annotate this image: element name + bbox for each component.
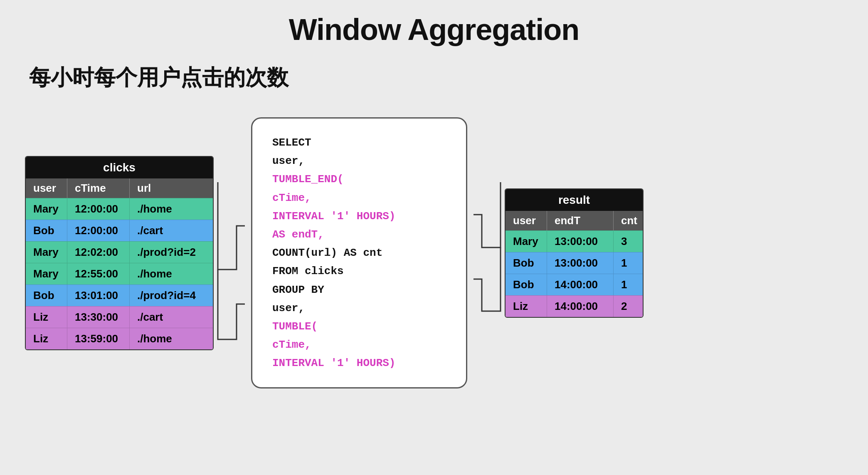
cell-cnt: 2 xyxy=(614,296,643,317)
cell-endt: 13:00:00 xyxy=(547,252,614,274)
table-row: Mary 12:02:00 ./prod?id=2 xyxy=(26,241,213,263)
table-row: Liz 13:59:00 ./home xyxy=(26,328,213,349)
diagram: clicks user cTime url Mary 12:00:00 ./ho… xyxy=(25,117,843,388)
result-col-cnt: cnt xyxy=(614,211,643,230)
cell-url: ./home xyxy=(130,263,213,285)
table-row: Mary 12:00:00 ./home xyxy=(26,198,213,220)
right-bracket xyxy=(467,145,505,361)
cell-ctime: 12:55:00 xyxy=(67,263,130,285)
result-col-headers: user endT cnt xyxy=(506,211,643,230)
cell-ctime: 12:00:00 xyxy=(67,198,130,220)
cell-cnt: 1 xyxy=(614,252,643,274)
cell-user: Bob xyxy=(26,285,67,306)
result-table-header: result xyxy=(506,189,643,211)
cell-ctime: 13:01:00 xyxy=(67,285,130,306)
page-title: Window Aggregation xyxy=(25,12,843,47)
table-row: Bob 13:01:00 ./prod?id=4 xyxy=(26,285,213,306)
cell-ctime: 13:59:00 xyxy=(67,328,130,349)
cell-user: Mary xyxy=(26,198,67,220)
sql-line13: INTERVAL '1' HOURS) xyxy=(272,354,446,372)
sql-line6: AS endT, xyxy=(272,225,446,244)
page: Window Aggregation 每小时每个用户点击的次数 clicks u… xyxy=(0,0,868,475)
sql-line3: TUMBLE_END( xyxy=(272,170,446,188)
cell-ctime: 12:02:00 xyxy=(67,242,130,263)
result-col-endt: endT xyxy=(547,211,614,230)
table-row: Mary 12:55:00 ./home xyxy=(26,263,213,285)
result-col-user: user xyxy=(506,211,547,230)
clicks-col-ctime: cTime xyxy=(67,178,130,198)
clicks-col-url: url xyxy=(130,178,213,198)
sql-box: SELECT user, TUMBLE_END( cTime, INTERVAL… xyxy=(251,117,467,388)
cell-user: Mary xyxy=(26,242,67,263)
cell-user: Mary xyxy=(26,263,67,285)
sql-line7: COUNT(url) AS cnt xyxy=(272,244,446,262)
page-subtitle: 每小时每个用户点击的次数 xyxy=(29,63,843,92)
sql-line11: TUMBLE( xyxy=(272,317,446,336)
sql-line10: user, xyxy=(272,299,446,317)
sql-line12: cTime, xyxy=(272,336,446,354)
table-row: Bob 14:00:00 1 xyxy=(506,274,643,295)
cell-url: ./cart xyxy=(130,307,213,328)
cell-ctime: 12:00:00 xyxy=(67,220,130,241)
cell-cnt: 1 xyxy=(614,274,643,295)
cell-url: ./cart xyxy=(130,220,213,241)
cell-user: Liz xyxy=(506,296,547,317)
result-table: result user endT cnt Mary 13:00:00 3 Bob… xyxy=(505,188,644,318)
clicks-table-header: clicks xyxy=(26,157,213,178)
table-row: Liz 14:00:00 2 xyxy=(506,295,643,317)
cell-url: ./prod?id=4 xyxy=(130,285,213,306)
cell-url: ./home xyxy=(130,328,213,349)
sql-line4: cTime, xyxy=(272,189,446,207)
sql-line9: GROUP BY xyxy=(272,281,446,299)
cell-url: ./prod?id=2 xyxy=(130,242,213,263)
cell-endt: 14:00:00 xyxy=(547,296,614,317)
cell-user: Bob xyxy=(506,252,547,274)
left-bracket xyxy=(214,145,251,361)
table-row: Bob 12:00:00 ./cart xyxy=(26,220,213,241)
clicks-col-headers: user cTime url xyxy=(26,178,213,198)
sql-line5: INTERVAL '1' HOURS) xyxy=(272,207,446,225)
cell-ctime: 13:30:00 xyxy=(67,307,130,328)
table-row: Mary 13:00:00 3 xyxy=(506,230,643,252)
clicks-col-user: user xyxy=(26,178,67,198)
sql-line2: user, xyxy=(272,152,446,170)
sql-line8: FROM clicks xyxy=(272,262,446,280)
cell-user: Mary xyxy=(506,231,547,252)
cell-user: Liz xyxy=(26,328,67,349)
cell-url: ./home xyxy=(130,198,213,220)
cell-endt: 13:00:00 xyxy=(547,231,614,252)
table-row: Bob 13:00:00 1 xyxy=(506,252,643,274)
cell-user: Liz xyxy=(26,307,67,328)
cell-user: Bob xyxy=(26,220,67,241)
cell-endt: 14:00:00 xyxy=(547,274,614,295)
cell-user: Bob xyxy=(506,274,547,295)
cell-cnt: 3 xyxy=(614,231,643,252)
sql-line1: SELECT xyxy=(272,134,446,152)
table-row: Liz 13:30:00 ./cart xyxy=(26,306,213,328)
clicks-table: clicks user cTime url Mary 12:00:00 ./ho… xyxy=(25,156,214,350)
